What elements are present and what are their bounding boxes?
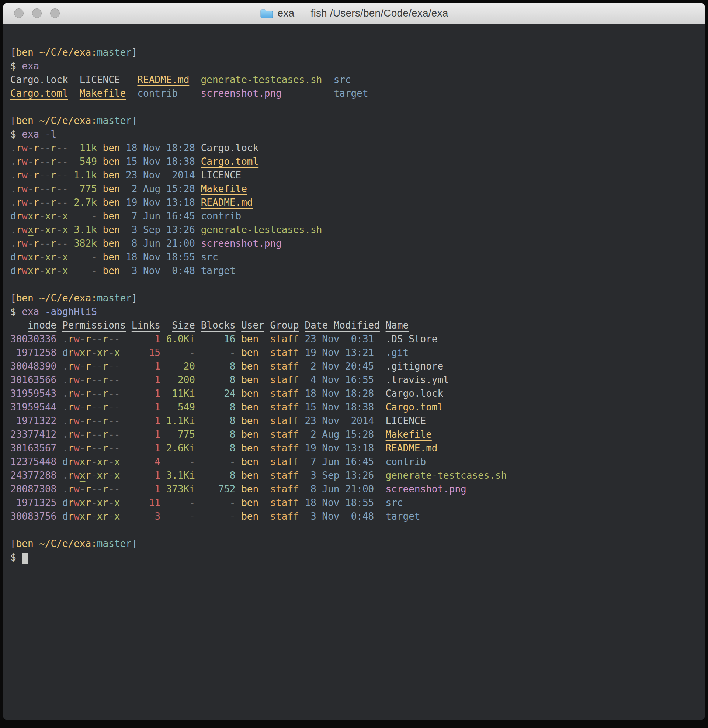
terminal-segment	[120, 265, 126, 276]
terminal-segment: ~/C/e/exa	[39, 115, 91, 126]
terminal-segment: -	[109, 497, 114, 508]
terminal-segment: x	[45, 251, 51, 262]
terminal-segment: 24	[195, 388, 236, 399]
terminal-segment: r	[33, 251, 39, 262]
terminal-segment: r	[68, 347, 74, 358]
terminal-line: [ben ~/C/e/exa:master]	[10, 537, 705, 551]
terminal-segment: r	[51, 210, 57, 222]
terminal-segment	[120, 156, 126, 167]
terminal-segment: x	[80, 470, 86, 481]
terminal-segment: -	[80, 429, 86, 440]
terminal-segment: 1	[120, 402, 160, 413]
terminal-segment	[236, 334, 242, 344]
minimize-button[interactable]	[32, 9, 42, 18]
terminal-segment	[195, 265, 201, 276]
titlebar: exa — fish /Users/ben/Code/exa/exa	[3, 3, 705, 24]
terminal-segment: contrib	[386, 456, 426, 467]
terminal-segment: -	[80, 442, 86, 454]
terminal-segment: --	[91, 374, 103, 386]
terminal-segment: staff	[270, 415, 299, 426]
terminal-segment: [	[10, 115, 16, 126]
terminal-segment	[57, 347, 62, 358]
terminal-segment: w	[74, 470, 80, 481]
terminal-segment: LICENCE	[386, 415, 426, 426]
terminal-segment	[97, 265, 103, 276]
terminal-segment: master	[97, 47, 132, 58]
terminal-segment: ben	[103, 238, 120, 249]
terminal-segment: :	[91, 538, 97, 549]
terminal-segment: .	[62, 388, 68, 399]
terminal-segment: x	[97, 456, 103, 467]
terminal-segment: staff	[270, 470, 299, 481]
terminal-segment: x	[114, 497, 120, 508]
terminal-segment	[236, 374, 242, 386]
terminal-segment	[374, 361, 385, 372]
terminal-segment	[236, 320, 242, 331]
terminal-segment: -abghHliS	[45, 306, 97, 317]
terminal-segment	[236, 361, 242, 372]
terminal-segment: ben	[241, 483, 258, 495]
terminal-segment	[264, 320, 270, 331]
terminal-segment: r	[33, 156, 39, 167]
terminal-line: $ exa	[10, 59, 705, 73]
terminal-segment: d	[62, 497, 68, 508]
terminal-segment: exa	[22, 306, 39, 317]
terminal-segment: 3.1k	[68, 224, 97, 235]
terminal-segment: 1971325	[10, 497, 57, 508]
terminal-segment: -	[68, 251, 97, 262]
terminal-segment: ben	[103, 183, 120, 194]
terminal-segment: src	[386, 497, 403, 508]
terminal-segment: .	[62, 429, 68, 440]
terminal-segment: --	[91, 334, 103, 344]
terminal-segment	[236, 415, 242, 426]
terminal-line: [ben ~/C/e/exa:master]	[10, 46, 705, 59]
terminal-segment: .	[62, 470, 68, 481]
terminal-segment: x	[28, 251, 33, 262]
terminal-segment: -	[28, 156, 33, 167]
terminal-segment: x	[97, 470, 103, 481]
terminal-segment	[57, 511, 62, 522]
terminal-line: 23377412 .rw-r--r-- 1 775 8 ben staff 2 …	[10, 428, 705, 441]
terminal-segment: x	[28, 265, 33, 276]
terminal-segment: Cargo.lock	[10, 74, 68, 85]
terminal-segment: r	[51, 142, 57, 154]
window-title-text: exa — fish /Users/ben/Code/exa/exa	[278, 7, 448, 19]
terminal-segment: ben	[241, 470, 258, 481]
terminal-segment: 11k	[68, 142, 97, 154]
terminal-segment: Cargo.toml	[10, 88, 68, 99]
terminal-segment: --	[109, 361, 120, 372]
terminal-segment: --	[39, 156, 51, 167]
terminal-segment: x	[80, 511, 86, 522]
terminal-segment: w	[74, 511, 80, 522]
terminal-window: exa — fish /Users/ben/Code/exa/exa [ben …	[3, 3, 705, 720]
terminal-line: 30048390 .rw-r--r-- 1 20 8 ben staff 2 N…	[10, 360, 705, 373]
terminal-segment: -	[39, 210, 45, 222]
terminal-segment: 30083756	[10, 511, 57, 522]
terminal-segment: staff	[270, 402, 299, 413]
terminal-segment: d	[10, 265, 16, 276]
terminal-segment: $	[10, 129, 22, 140]
terminal-segment: 3 Nov 0:48	[126, 265, 195, 276]
terminal-segment: r	[103, 347, 109, 358]
terminal-segment: 20087308	[10, 483, 57, 495]
terminal-segment	[120, 224, 126, 235]
terminal-segment	[33, 115, 39, 126]
terminal-segment: w	[22, 251, 28, 262]
close-button[interactable]	[14, 9, 23, 18]
terminal[interactable]: [ben ~/C/e/exa:master]$ exaCargo.lock LI…	[3, 24, 705, 564]
folder-icon	[260, 8, 273, 19]
terminal-line	[10, 32, 705, 46]
zoom-button[interactable]	[50, 9, 60, 18]
terminal-segment: Cargo.toml	[386, 402, 444, 413]
terminal-segment: r	[33, 224, 39, 235]
terminal-segment	[57, 497, 62, 508]
terminal-segment: -	[91, 511, 97, 522]
terminal-segment: --	[91, 361, 103, 372]
terminal-segment: 8	[195, 429, 236, 440]
terminal-segment: x	[80, 497, 86, 508]
window-title: exa — fish /Users/ben/Code/exa/exa	[260, 7, 448, 19]
terminal-segment: 8 Jun 21:00	[126, 238, 195, 249]
terminal-segment: -	[80, 415, 86, 426]
terminal-segment: w	[74, 402, 80, 413]
terminal-segment: Permissions	[62, 320, 126, 331]
